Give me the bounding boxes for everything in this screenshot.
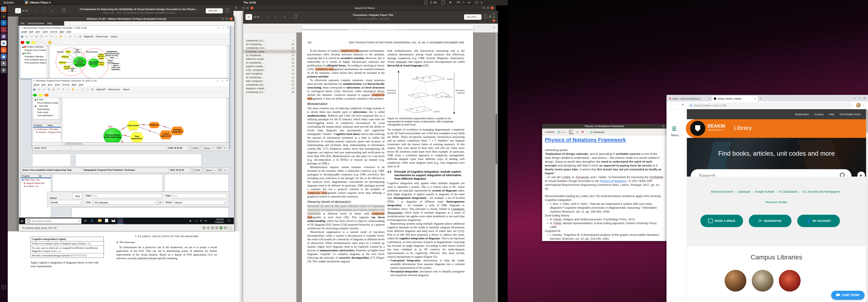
tree-item[interactable]: Price prediction model engineering [33, 101, 61, 104]
property-row[interactable]: 🗎 Diagram Name Bra [21, 181, 51, 185]
node-aws-lambda[interactable]: AWS Lambda [73, 49, 81, 54]
dock-item-settings[interactable]: ⚙ [1, 67, 7, 73]
menu-format[interactable]: Format [51, 31, 57, 33]
pdf2-menu-icon[interactable]: ☰ [489, 15, 491, 19]
link-google-scholar[interactable]: Google Scholar [755, 190, 774, 193]
gnote-close-button[interactable]: ✕ [491, 7, 494, 9]
shape-subtask[interactable] [39, 94, 42, 96]
battery-icon[interactable] [475, 1, 478, 3]
tree-item[interactable]: Train model [33, 111, 61, 114]
crosshair-icon[interactable]: ✛ [67, 88, 70, 91]
tab-gmail[interactable]: M Inbox - anjsimmo@gmail.c ✕ [668, 96, 712, 101]
zoom-icon[interactable]: ⌕ [76, 88, 80, 91]
search-result-item[interactable]: complexity (Co...7 [243, 39, 296, 42]
tree-hscrollbar[interactable]: ‹› [33, 120, 61, 122]
edge-arrow-dashed[interactable]: ⇢ [59, 41, 61, 44]
crosshair-icon[interactable]: ✛ [55, 35, 58, 38]
search-result-item[interactable]: of complexity ...11 [243, 75, 296, 79]
reload-icon[interactable]: ⟳ [682, 103, 684, 107]
property-row[interactable]: 🗎 Problem Property Price Prediction [33, 131, 61, 134]
system-menu-chevron-icon[interactable]: ▾ [481, 1, 482, 4]
menu-types[interactable]: Types [55, 83, 60, 86]
paragraph[interactable]: Representing systems using multiple diag… [387, 222, 465, 259]
paragraph[interactable]: An example of excellence in managing dia… [387, 128, 465, 168]
dock-item-files[interactable]: ▤ [1, 33, 7, 39]
file-explorer-icon[interactable] [98, 219, 101, 222]
paragraph[interactable]: Modularisation requires certain semantic… [307, 165, 384, 198]
profile-avatar[interactable] [856, 103, 861, 107]
vmware-maximize-button[interactable]: □ [225, 18, 228, 20]
shape-group-ellipse[interactable] [42, 41, 45, 44]
gnote-minimize-button[interactable]: − [482, 7, 485, 9]
campus-photo[interactable] [724, 270, 746, 292]
note-link-button[interactable]: 🔗 Link [557, 131, 566, 134]
page-scrollbar[interactable] [866, 109, 868, 302]
nav-deakinsync[interactable]: DeakinSync [795, 113, 809, 116]
show-checkbox[interactable]: Show [202, 168, 214, 173]
undo-icon[interactable]: ↶ [44, 35, 49, 38]
select-box-icon[interactable]: ▢ [68, 35, 72, 38]
node-define-users[interactable]: Define Users [98, 61, 105, 66]
note-minimize-button[interactable]: − [662, 125, 665, 128]
paragraph[interactable]: Cognitive integration only applies when … [387, 181, 465, 222]
dock-item-amazon[interactable]: a [1, 13, 7, 19]
tree-item[interactable]: ◢ ⬢ Problem Definition [21, 45, 49, 48]
edge-arrow[interactable]: → [55, 41, 57, 43]
property-row[interactable]: 🗎 Problem Tra [21, 185, 51, 188]
wifi-icon[interactable] [457, 1, 460, 3]
vmware-menu-file[interactable]: File [21, 22, 24, 25]
pan-icon[interactable]: ✋ [71, 88, 75, 91]
pdf1-zoom-select[interactable]: 145.29% ⌄ [206, 8, 223, 13]
campus-photo[interactable] [779, 270, 801, 292]
mail-icon[interactable] [112, 219, 115, 222]
bullet-item[interactable]: •Conceptual integration: mechanisms to h… [387, 259, 465, 270]
people-icon[interactable]: ☻ [189, 220, 192, 222]
technique-titlebar[interactable]: ⋔ Technique: Property Price Prediction, … [32, 78, 229, 83]
shape-subtask[interactable] [31, 41, 35, 44]
device-hdd-icon[interactable] [203, 226, 206, 229]
search-result-item[interactable]: of Complexity ...10 [243, 42, 296, 46]
search-result-item[interactable]: complexity (Co...16 [243, 90, 296, 94]
pdf2-close-button[interactable]: ✕ [493, 19, 495, 22]
pdf2-findbar-close-icon[interactable]: ✕ [493, 26, 495, 29]
new-tab-button[interactable]: + [760, 97, 762, 100]
site-title[interactable]: Library [734, 125, 752, 131]
tree-scrollbar[interactable]: ∧ [59, 98, 61, 119]
tree-item[interactable]: Property Price Prediction [21, 48, 49, 52]
delete-icon[interactable]: ✕ [90, 88, 94, 91]
paste-icon[interactable]: 📋 [52, 88, 55, 91]
dock-item-text-editor[interactable]: ✎ [1, 61, 7, 66]
workbench-canvas[interactable] [52, 174, 163, 192]
tab-close-icon[interactable]: ✕ [754, 97, 756, 100]
pdf2-search-icon[interactable]: ⌕ [284, 15, 286, 19]
shape-problem-hexagon[interactable] [21, 41, 24, 44]
search-result-item[interactable]: explicit comple...11 [243, 64, 296, 68]
node-lasso-regression[interactable]: Lasso regression [159, 131, 173, 139]
window-maximize-icon[interactable]: □ [859, 96, 861, 100]
note-search-button[interactable]: ⌕ Search [544, 131, 555, 134]
property-col-header[interactable]: Property [33, 124, 46, 127]
show-applications-button[interactable] [1, 284, 6, 290]
menu-graph[interactable]: Graph [21, 31, 27, 33]
tab-library-active[interactable]: Library Home | Library ✕ [712, 96, 758, 101]
bidaml-app-icon[interactable]: ω [117, 218, 123, 224]
tree-item[interactable]: Population definition [21, 55, 49, 58]
device-sound-icon[interactable] [219, 226, 223, 229]
scheme-dropdown[interactable]: BiDaML∨ [49, 200, 83, 205]
deakin-logo[interactable] [690, 121, 705, 136]
pdf2-scrollbar[interactable] [496, 33, 497, 302]
plugin-pythoncode[interactable]: PythonCode [96, 35, 108, 38]
device-usb-icon[interactable] [211, 226, 214, 229]
node-improve-agents-focus[interactable]: Improve agent's focus and outcomes [111, 63, 120, 70]
search-result-item[interactable]: with complexit...11 [243, 79, 296, 83]
cut-icon[interactable]: ✂ [42, 88, 46, 91]
search-result-item-selected[interactable]: Currently, comp...10 [243, 50, 296, 54]
maximize-icon[interactable]: □ [222, 79, 223, 82]
technique-canvas[interactable]: Task Price prediction model engineering … [62, 98, 228, 142]
forward-icon[interactable]: → [675, 103, 679, 107]
print-icon[interactable]: ⎙ [37, 88, 41, 91]
tray-chevron-icon[interactable]: ∧ [196, 220, 197, 222]
pdf1-page-input[interactable]: 7 [15, 8, 21, 13]
link-az-journals[interactable]: A-Z Journals and Newspapers [802, 190, 840, 193]
pan-icon[interactable]: ✋ [59, 35, 63, 38]
